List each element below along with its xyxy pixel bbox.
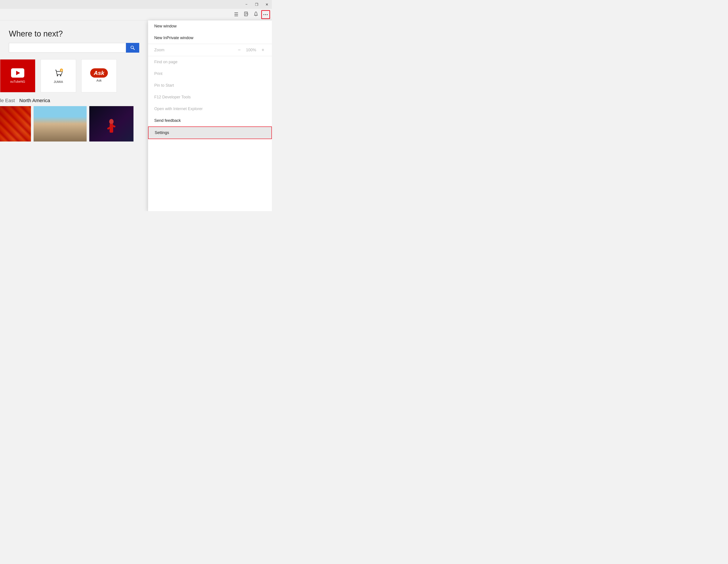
menu-item-open-ie[interactable]: Open with Internet Explorer [148,103,272,115]
ask-icon: Ask [90,70,108,76]
menu-item-send-feedback[interactable]: Send feedback [148,115,272,126]
svg-point-10 [109,119,114,124]
dropdown-menu: New window New InPrivate window Zoom − 1… [148,20,272,211]
notes-icon [244,11,249,17]
notes-button[interactable] [242,10,251,19]
youtube-logo [11,68,24,78]
page-heading: Where to next? [9,29,148,38]
svg-point-6 [57,75,58,76]
section-tag-north-america[interactable]: North America [19,98,50,103]
crash-site-image [34,106,87,141]
hub-icon: ☰ [234,12,239,17]
crowd-image [0,106,31,141]
new-inprivate-label: New InPrivate window [154,36,193,40]
quick-link-ask[interactable]: Ask Ask [81,59,117,92]
new-window-label: New window [154,24,177,29]
menu-item-new-window[interactable]: New window [148,20,272,32]
zoom-minus-button[interactable]: − [236,47,242,53]
pin-to-start-label: Pin to Start [154,83,174,88]
search-button[interactable] [126,43,139,53]
hub-button[interactable]: ☰ [232,10,241,19]
images-row [0,106,148,141]
menu-item-find-on-page[interactable]: Find on page [148,56,272,68]
find-on-page-label: Find on page [154,60,177,64]
section-tag-middle-east[interactable]: le East [0,98,15,103]
jumia-label: JUMIA [54,80,63,84]
open-ie-label: Open with Internet Explorer [154,107,203,111]
restore-button[interactable]: ❐ [252,0,262,9]
browser-toolbar: ☰ ··· [0,9,272,20]
more-icon: ··· [263,11,268,18]
close-button[interactable]: ✕ [262,0,272,9]
menu-item-settings[interactable]: Settings [148,126,272,139]
more-button[interactable]: ··· [261,10,270,19]
youtube-label: ouTubeNG [10,80,25,83]
section-header: le East North America [0,98,148,103]
svg-line-5 [133,48,135,50]
bell-icon [253,11,259,18]
zoom-row: Zoom − 100% + [148,44,272,56]
performance-image [89,106,133,141]
minimize-button[interactable]: − [241,0,252,9]
quick-link-jumia[interactable]: ★ JUMIA [41,59,76,92]
svg-point-7 [60,75,61,76]
settings-label: Settings [155,130,169,135]
f12-tools-label: F12 Developer Tools [154,95,191,99]
quick-link-youtube[interactable]: ouTubeNG [0,59,35,92]
zoom-plus-button[interactable]: + [260,47,266,53]
search-area [9,43,139,53]
menu-item-pin-to-start[interactable]: Pin to Start [148,80,272,91]
menu-item-new-inprivate[interactable]: New InPrivate window [148,32,272,44]
menu-item-print[interactable]: Print [148,68,272,80]
window-controls: − ❐ ✕ [241,0,272,9]
svg-point-4 [131,46,133,49]
zoom-label: Zoom [154,48,164,52]
ask-label: Ask [96,79,101,82]
svg-text:★: ★ [61,69,63,71]
page-content: Where to next? ouTubeNG [0,20,148,211]
search-input[interactable] [9,43,126,53]
jumia-icon: ★ [53,68,63,78]
send-feedback-label: Send feedback [154,118,181,123]
print-label: Print [154,71,162,76]
menu-item-f12-tools[interactable]: F12 Developer Tools [148,91,272,103]
zoom-value: 100% [246,48,256,52]
notifications-button[interactable] [252,10,260,19]
zoom-controls: − 100% + [236,47,266,53]
title-bar: − ❐ ✕ [0,0,272,9]
quick-links-row: ouTubeNG ★ JUMIA Ask Ask [0,59,148,92]
